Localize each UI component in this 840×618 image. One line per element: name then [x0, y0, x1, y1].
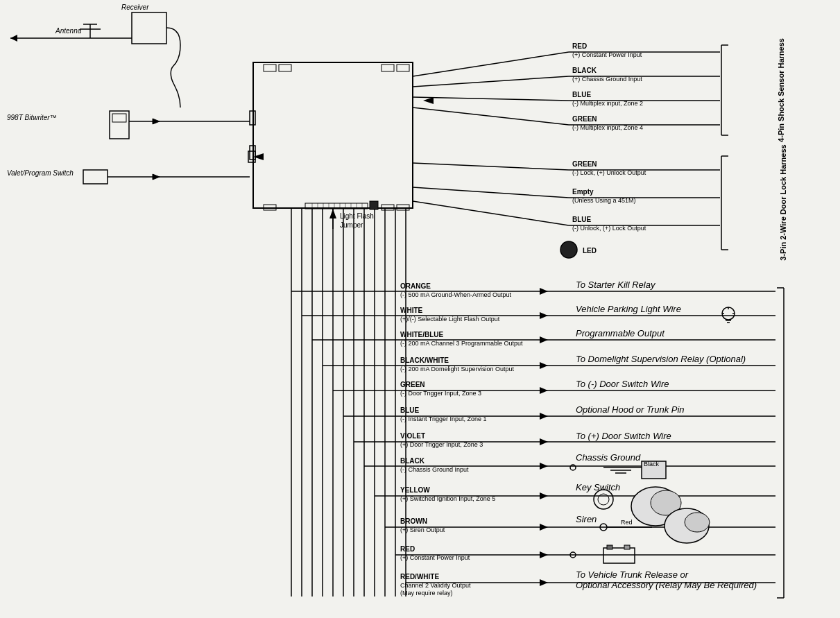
wire-violet-desc: (+) Door Trigger Input, Zone 3 [400, 441, 483, 448]
wire-black-2-desc: (-) Chassis Ground Input [400, 466, 469, 473]
dest-blackwhite: To Domelight Supervision Relay (Optional… [576, 354, 746, 364]
wire-redwhite-desc2: (May require relay) [400, 590, 453, 596]
wire-violet-label: VIOLET [400, 432, 425, 440]
wire-blue-3-label: BLUE [400, 406, 420, 414]
svg-rect-146 [607, 545, 612, 549]
wire-yellow-label: YELLOW [400, 486, 430, 494]
wire-empty-desc: (Unless Using a 451M) [572, 197, 636, 204]
wire-green-3-desc: (-) Door Trigger Input, Zone 3 [400, 390, 481, 397]
diagram-container: Antenna Receiver 998T Bitwriter™ Valet/P… [0, 0, 840, 618]
dest-orange: To Starter Kill Relay [576, 280, 656, 290]
wire-green-1-desc: (-) Multiplex input, Zone 4 [572, 124, 643, 131]
wire-orange-desc: (-) 500 mA Ground-When-Armed Output [400, 291, 512, 298]
led-label: LED [583, 247, 597, 255]
bitwriter-label: 998T Bitwriter™ [7, 114, 57, 121]
svg-point-140 [685, 513, 710, 532]
wire-green-1-label: GREEN [572, 115, 597, 123]
dest-whiteblue: Programmable Output [576, 328, 665, 338]
dest-white: Vehicle Parking Light Wire [576, 304, 681, 314]
wire-redwhite-label: RED/WHITE [400, 573, 439, 581]
wire-red-1-desc: (+) Constant Power Input [572, 51, 642, 58]
antenna-label: Antenna [55, 27, 82, 35]
wire-blackwhite-desc: (-) 200 mA Domelight Supervision Output [400, 366, 515, 372]
dest-green-3: To (-) Door Switch Wire [576, 379, 669, 389]
wire-whiteblue-label: WHITE/BLUE [400, 331, 444, 338]
door-lock-harness-label: 3-Pin 2-Wire Door Lock Harness [779, 144, 787, 260]
ground-black-text: Black [644, 461, 660, 467]
wire-white-desc: (+)/(-) Selectable Light Flash Output [400, 316, 500, 323]
dest-redwhite-1: To Vehicle Trunk Release or [576, 569, 689, 580]
dest-brown: Siren [576, 514, 597, 524]
dest-redwhite-2: Optional Accessory (Relay May Be Require… [576, 580, 757, 590]
dest-blue-3: Optional Hood or Trunk Pin [576, 404, 685, 415]
wire-white-label: WHITE [400, 307, 423, 314]
wire-blue-2-label: BLUE [572, 216, 592, 223]
receiver-label: Receiver [121, 3, 149, 11]
wire-empty-label: Empty [572, 188, 594, 196]
wire-yellow-desc: (+) Switched Ignition Input, Zone 5 [400, 495, 495, 502]
svg-rect-35 [370, 201, 378, 209]
wire-green-3-label: GREEN [400, 381, 425, 388]
shock-sensor-harness-label: 4-Pin Shock Sensor Harness [777, 38, 785, 142]
light-flash-jumper-label: Light Flash [340, 212, 374, 220]
wire-blackwhite-label: BLACK/WHITE [400, 357, 449, 364]
wire-orange-label: ORANGE [400, 282, 431, 290]
svg-rect-147 [624, 545, 630, 549]
wire-whiteblue-desc: (-) 200 mA Channel 3 Programmable Output [400, 340, 523, 347]
wire-blue-3-desc: (-) Instant Trigger Input, Zone 1 [400, 415, 487, 422]
wire-green-2-label: GREEN [572, 160, 597, 168]
wire-red-2-label: RED [400, 545, 415, 553]
wire-green-2-desc: (-) Lock, (+) Unlock Output [572, 169, 646, 176]
valet-switch-label: Valet/Program Switch [7, 169, 74, 177]
dest-violet: To (+) Door Switch Wire [576, 431, 671, 441]
siren-red-text: Red [621, 519, 633, 526]
dest-black-2: Chassis Ground [576, 452, 641, 463]
wire-blue-1-label: BLUE [572, 91, 592, 98]
wire-red-2-desc: (+) Constant Power Input [400, 554, 470, 561]
wire-black-1-desc: (+) Chassis Ground Input [572, 76, 642, 83]
wire-blue-1-desc: (-) Multiplex input, Zone 2 [572, 100, 643, 107]
svg-point-63 [560, 241, 577, 258]
wire-red-1-label: RED [572, 42, 587, 50]
wire-brown-label: BROWN [400, 517, 427, 525]
wire-black-2-label: BLACK [400, 457, 425, 465]
wire-black-1-label: BLACK [572, 67, 597, 74]
wire-redwhite-desc: Channel 2 Validity Output [400, 582, 471, 589]
wire-blue-2-desc: (-) Unlock, (+) Lock Output [572, 225, 646, 232]
wire-brown-desc: (+) Siren Output [400, 526, 445, 533]
